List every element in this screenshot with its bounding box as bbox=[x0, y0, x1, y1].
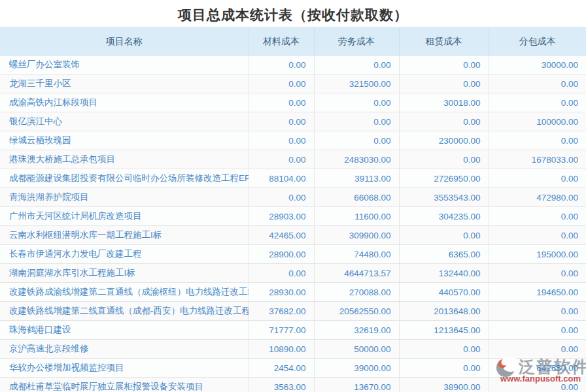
subcontract-cost-cell: 0.00 bbox=[489, 131, 586, 150]
subcontract-cost-cell: 0.00 bbox=[489, 340, 586, 359]
rental-cost-cell: 0.00 bbox=[399, 340, 489, 359]
report-page: 项目总成本统计表（按收付款取数） 项目名称 材料成本 劳务成本 租赁成本 分包成… bbox=[0, 0, 586, 392]
rental-cost-cell: 2726950.00 bbox=[399, 169, 489, 188]
project-name-cell[interactable]: 港珠澳大桥施工总承包项目 bbox=[0, 150, 249, 169]
rental-cost-cell: 1213645.00 bbox=[399, 321, 489, 340]
project-name-cell[interactable]: 京沪高速北京段维修 bbox=[0, 340, 249, 359]
labor-cost-cell: 74480.00 bbox=[314, 245, 399, 264]
rental-cost-cell: 0.00 bbox=[399, 226, 489, 245]
labor-cost-cell: 66068.00 bbox=[314, 188, 399, 207]
rental-cost-cell: 0.00 bbox=[399, 74, 489, 93]
rental-cost-cell: 2013648.00 bbox=[399, 302, 489, 321]
project-name-cell[interactable]: 成渝高铁内江标段项目 bbox=[0, 93, 249, 112]
table-row: 银亿滨江中心0.000.000.00100000.00 bbox=[0, 112, 586, 131]
rental-cost-cell: 0.00 bbox=[399, 56, 489, 74]
subcontract-cost-cell: 0.00 bbox=[489, 264, 586, 283]
rental-cost-cell: 132440.00 bbox=[399, 264, 489, 283]
material-cost-cell: 71777.00 bbox=[249, 321, 314, 340]
rental-cost-cell: 6365.00 bbox=[399, 245, 489, 264]
project-name-cell[interactable]: 青海洪湖养护院项目 bbox=[0, 188, 249, 207]
labor-cost-cell: 2483030.00 bbox=[314, 150, 399, 169]
labor-cost-cell: 13670.00 bbox=[314, 378, 399, 392]
subcontract-cost-cell: 0.00 bbox=[489, 378, 586, 392]
project-name-cell[interactable]: 龙湖三千里小区 bbox=[0, 74, 249, 93]
rental-cost-cell: 38900.00 bbox=[399, 378, 489, 392]
labor-cost-cell: 309900.00 bbox=[314, 226, 399, 245]
column-header-rental-cost: 租赁成本 bbox=[399, 28, 489, 56]
subcontract-cost-cell: 30000.00 bbox=[489, 56, 586, 74]
rental-cost-cell: 0.00 bbox=[399, 112, 489, 131]
material-cost-cell: 0.00 bbox=[249, 264, 314, 283]
project-name-cell[interactable]: 成都杜甫草堂临时展厅独立展柜报警设备安装项目 bbox=[0, 378, 249, 392]
cost-table: 项目名称 材料成本 劳务成本 租赁成本 分包成本 螺丝厂办公室装饰0.000.0… bbox=[0, 27, 586, 392]
table-row: 绿城云栖玫瑰园0.000.00230000.000.00 bbox=[0, 131, 586, 150]
labor-cost-cell: 20562550.00 bbox=[314, 302, 399, 321]
subcontract-cost-cell: 0.00 bbox=[489, 74, 586, 93]
rental-cost-cell: 230000.00 bbox=[399, 131, 489, 150]
labor-cost-cell: 0.00 bbox=[314, 112, 399, 131]
project-name-cell[interactable]: 银亿滨江中心 bbox=[0, 112, 249, 131]
labor-cost-cell: 0.00 bbox=[314, 56, 399, 74]
project-name-cell[interactable]: 成都能源建设集团投资有限公司临时办公场所装修改造工程EPC总 bbox=[0, 169, 249, 188]
labor-cost-cell: 0.00 bbox=[314, 131, 399, 150]
table-row: 港珠澳大桥施工总承包项目0.002483030.000.001678033.00 bbox=[0, 150, 586, 169]
labor-cost-cell: 50000.00 bbox=[314, 340, 399, 359]
subcontract-cost-cell: 0.00 bbox=[489, 93, 586, 112]
project-name-cell[interactable]: 珠海鹤港口建设 bbox=[0, 321, 249, 340]
material-cost-cell: 0.00 bbox=[249, 131, 314, 150]
rental-cost-cell: 0.00 bbox=[399, 150, 489, 169]
table-row: 成都杜甫草堂临时展厅独立展柜报警设备安装项目3563.0013670.00389… bbox=[0, 378, 586, 392]
project-name-cell[interactable]: 长春市伊通河水力发电厂改建工程 bbox=[0, 245, 249, 264]
material-cost-cell: 0.00 bbox=[249, 188, 314, 207]
subcontract-cost-cell: 1678033.00 bbox=[489, 150, 586, 169]
material-cost-cell: 28903.00 bbox=[249, 207, 314, 226]
project-name-cell[interactable]: 湖南洞庭湖水库引水工程施工I标 bbox=[0, 264, 249, 283]
page-title: 项目总成本统计表（按收付款取数） bbox=[0, 0, 586, 27]
project-name-cell[interactable]: 绿城云栖玫瑰园 bbox=[0, 131, 249, 150]
material-cost-cell: 10890.00 bbox=[249, 340, 314, 359]
labor-cost-cell: 39000.00 bbox=[314, 359, 399, 378]
material-cost-cell: 0.00 bbox=[249, 74, 314, 93]
table-row: 成都能源建设集团投资有限公司临时办公场所装修改造工程EPC总88104.0039… bbox=[0, 169, 586, 188]
table-row: 螺丝厂办公室装饰0.000.000.0030000.00 bbox=[0, 56, 586, 74]
table-row: 云南水利枢纽潜明水库一期工程施工I标42465.00309900.000.000… bbox=[0, 226, 586, 245]
rental-cost-cell: 304235.00 bbox=[399, 207, 489, 226]
material-cost-cell: 28930.00 bbox=[249, 283, 314, 302]
table-row: 长春市伊通河水力发电厂改建工程28900.0074480.006365.0019… bbox=[0, 245, 586, 264]
material-cost-cell: 37682.00 bbox=[249, 302, 314, 321]
subcontract-cost-cell: 0.00 bbox=[489, 321, 586, 340]
labor-cost-cell: 321500.00 bbox=[314, 74, 399, 93]
table-row: 青海洪湖养护院项目0.0066068.003553543.00472980.00 bbox=[0, 188, 586, 207]
project-name-cell[interactable]: 改建铁路成渝线增建第二直通线（成渝枢纽）电力线路迁改工程 bbox=[0, 283, 249, 302]
project-name-cell[interactable]: 华软办公楼增加视频监控项目 bbox=[0, 359, 249, 378]
subcontract-cost-cell: 0.00 bbox=[489, 226, 586, 245]
material-cost-cell: 0.00 bbox=[249, 150, 314, 169]
project-name-cell[interactable]: 云南水利枢纽潜明水库一期工程施工I标 bbox=[0, 226, 249, 245]
material-cost-cell: 28900.00 bbox=[249, 245, 314, 264]
subcontract-cost-cell: 0.00 bbox=[489, 169, 586, 188]
labor-cost-cell: 270088.00 bbox=[314, 283, 399, 302]
column-header-labor-cost: 劳务成本 bbox=[314, 28, 399, 56]
project-name-cell[interactable]: 改建铁路线增建第二线直通线（成都-西安）电力线路迁改工程 bbox=[0, 302, 249, 321]
subcontract-cost-cell: 472980.00 bbox=[489, 188, 586, 207]
subcontract-cost-cell: 0.00 bbox=[489, 207, 586, 226]
subcontract-cost-cell: 100000.00 bbox=[489, 112, 586, 131]
table-row: 京沪高速北京段维修10890.0050000.000.000.00 bbox=[0, 340, 586, 359]
project-name-cell[interactable]: 广州市天河区统计局机房改造项目 bbox=[0, 207, 249, 226]
table-row: 改建铁路成渝线增建第二直通线（成渝枢纽）电力线路迁改工程28930.002700… bbox=[0, 283, 586, 302]
labor-cost-cell: 11600.00 bbox=[314, 207, 399, 226]
material-cost-cell: 42465.00 bbox=[249, 226, 314, 245]
column-header-material-cost: 材料成本 bbox=[249, 28, 314, 56]
project-name-cell[interactable]: 螺丝厂办公室装饰 bbox=[0, 56, 249, 74]
column-header-project-name: 项目名称 bbox=[0, 28, 249, 56]
material-cost-cell: 3563.00 bbox=[249, 378, 314, 392]
labor-cost-cell: 0.00 bbox=[314, 93, 399, 112]
table-row: 湖南洞庭湖水库引水工程施工I标0.004644713.57132440.000.… bbox=[0, 264, 586, 283]
table-row: 广州市天河区统计局机房改造项目28903.0011600.00304235.00… bbox=[0, 207, 586, 226]
table-row: 成渝高铁内江标段项目0.000.0030018.000.00 bbox=[0, 93, 586, 112]
subcontract-cost-cell: 195000.00 bbox=[489, 245, 586, 264]
material-cost-cell: 0.00 bbox=[249, 112, 314, 131]
rental-cost-cell: 0.00 bbox=[399, 359, 489, 378]
material-cost-cell: 2454.00 bbox=[249, 359, 314, 378]
table-header-row: 项目名称 材料成本 劳务成本 租赁成本 分包成本 bbox=[0, 28, 586, 56]
